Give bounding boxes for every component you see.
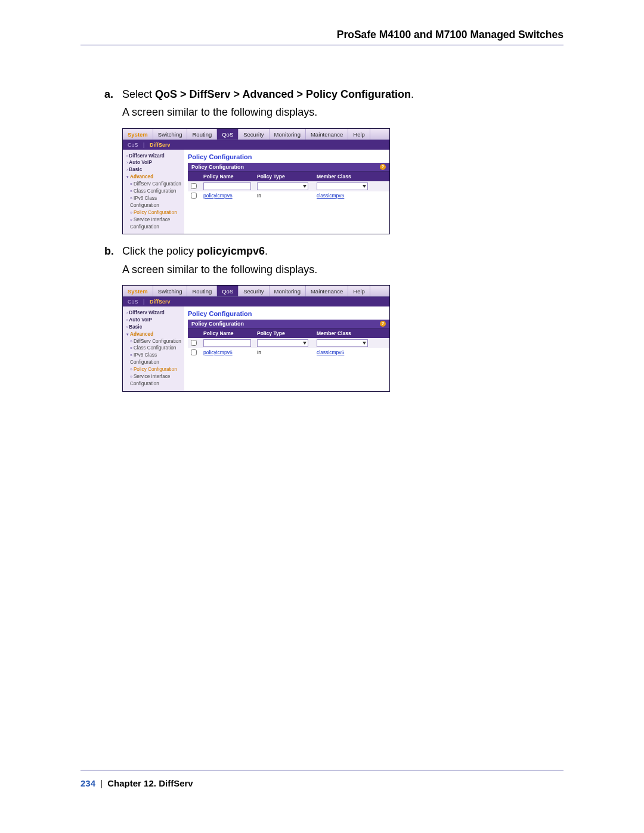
step-b-line2: A screen similar to the following displa…: [122, 262, 552, 277]
bullet-icon: »: [130, 339, 132, 343]
step-a-line2: A screen similar to the following displa…: [122, 105, 552, 119]
member-class-link[interactable]: classicmpv6: [317, 349, 344, 355]
step-a-line1: Select QoS > DiffServ > Advanced > Polic…: [122, 87, 552, 101]
panel-subtitle: Policy Configuration: [191, 321, 244, 327]
table-header: Policy Name Policy Type Member Class: [188, 172, 389, 181]
chapter-label: Chapter 12. DiffServ: [107, 778, 193, 788]
table-input-row: [188, 338, 389, 348]
member-class-select[interactable]: [317, 182, 368, 190]
chevron-icon: ›: [126, 318, 128, 322]
step-a-suffix: .: [411, 88, 414, 100]
nav-ipv6-class-config[interactable]: IPv6 Class Configuration: [130, 352, 159, 365]
nav-service-interface-config[interactable]: Service Interface Configuration: [130, 217, 170, 230]
policy-name-link[interactable]: policyicmpv6: [203, 349, 233, 355]
tab-qos[interactable]: QoS: [217, 129, 239, 140]
panel-subtitle: Policy Configuration: [191, 164, 244, 170]
bullet-icon: »: [130, 182, 132, 186]
subtab-diffserv[interactable]: DiffServ: [150, 142, 171, 148]
nav-diffserv-wizard[interactable]: Diffserv Wizard: [129, 153, 165, 159]
policy-type-value: In: [257, 193, 261, 199]
nav-service-interface-config[interactable]: Service Interface Configuration: [130, 374, 170, 386]
nav-ipv6-class-config[interactable]: IPv6 Class Configuration: [130, 196, 159, 208]
member-class-select[interactable]: [317, 339, 368, 347]
bullet-icon: »: [130, 374, 132, 379]
bullet-icon: »: [130, 218, 132, 222]
col-policy-type: Policy Type: [253, 329, 313, 338]
top-tabs: System Switching Routing QoS Security Mo…: [123, 129, 389, 140]
policy-name-input[interactable]: [203, 182, 251, 190]
policy-name-input[interactable]: [203, 339, 251, 347]
screenshot-2: System Switching Routing QoS Security Mo…: [122, 285, 390, 392]
tab-system[interactable]: System: [123, 286, 153, 296]
nav-diffserv-config[interactable]: DiffServ Configuration: [134, 339, 181, 344]
panel-subtitle-bar: Policy Configuration ?: [188, 320, 389, 329]
chevron-icon: ›: [126, 311, 128, 315]
tab-security[interactable]: Security: [239, 286, 269, 296]
member-class-link[interactable]: classicmpv6: [317, 193, 344, 199]
tab-routing[interactable]: Routing: [187, 129, 217, 140]
rule-top: [80, 45, 564, 45]
step-a-path: QoS > DiffServ > Advanced > Policy Confi…: [155, 88, 411, 100]
row-checkbox[interactable]: [191, 193, 197, 199]
help-icon[interactable]: ?: [380, 321, 386, 327]
tab-monitoring[interactable]: Monitoring: [270, 286, 306, 296]
row-checkbox-all[interactable]: [191, 183, 197, 189]
nav-basic[interactable]: Basic: [129, 167, 142, 172]
nav-basic[interactable]: Basic: [129, 324, 142, 330]
step-b-suffix: .: [265, 245, 268, 257]
chevron-icon: ›: [126, 168, 128, 172]
table-input-row: [188, 181, 389, 191]
subtab-diffserv[interactable]: DiffServ: [150, 299, 171, 305]
step-b-policy: policyicmpv6: [197, 245, 265, 257]
main-panel-2: Policy Configuration Policy Configuratio…: [184, 306, 389, 391]
tab-security[interactable]: Security: [239, 129, 269, 140]
nav-diffserv-config[interactable]: DiffServ Configuration: [134, 181, 181, 187]
tab-switching[interactable]: Switching: [153, 129, 188, 140]
tab-help[interactable]: Help: [348, 129, 370, 140]
subtab-cos[interactable]: CoS: [128, 142, 138, 148]
tab-help[interactable]: Help: [348, 286, 370, 296]
nav-auto-voip[interactable]: Auto VoIP: [129, 317, 152, 323]
row-checkbox-all[interactable]: [191, 340, 197, 346]
step-b-prefix: Click the policy: [122, 245, 197, 257]
policy-type-select[interactable]: [257, 182, 308, 190]
col-policy-type: Policy Type: [253, 172, 313, 181]
nav-advanced[interactable]: Advanced: [130, 174, 153, 179]
policy-type-select[interactable]: [257, 339, 308, 347]
main-panel: Policy Configuration Policy Configuratio…: [184, 150, 389, 234]
step-a-marker: a.: [104, 87, 122, 120]
tab-qos[interactable]: QoS: [217, 286, 239, 296]
tab-switching[interactable]: Switching: [153, 286, 188, 296]
sub-tabs-2: CoS | DiffServ: [123, 297, 389, 306]
help-icon[interactable]: ?: [380, 164, 386, 170]
row-checkbox[interactable]: [191, 349, 197, 355]
nav-diffserv-wizard[interactable]: Diffserv Wizard: [129, 310, 165, 315]
subtab-sep: |: [143, 142, 144, 148]
table-row: policyicmpv6 In classicmpv6: [188, 348, 389, 357]
tab-routing[interactable]: Routing: [187, 286, 217, 296]
chevron-down-icon: ▾: [126, 175, 129, 179]
chevron-icon: ›: [126, 160, 128, 165]
step-a: a. Select QoS > DiffServ > Advanced > Po…: [104, 87, 552, 120]
step-b-line1: Click the policy policyicmpv6.: [122, 244, 552, 258]
panel-title: Policy Configuration: [188, 153, 389, 160]
bullet-icon: »: [130, 367, 132, 371]
nav-auto-voip[interactable]: Auto VoIP: [129, 160, 152, 165]
panel-title: Policy Configuration: [188, 310, 389, 317]
nav-policy-config[interactable]: Policy Configuration: [134, 367, 177, 372]
tab-maintenance[interactable]: Maintenance: [306, 286, 348, 296]
policy-type-value: In: [257, 349, 261, 355]
step-b-marker: b.: [104, 244, 122, 277]
chevron-icon: ›: [126, 154, 128, 158]
nav-class-config[interactable]: Class Configuration: [134, 345, 176, 351]
subtab-cos[interactable]: CoS: [128, 299, 138, 305]
tab-monitoring[interactable]: Monitoring: [270, 129, 306, 140]
nav-advanced[interactable]: Advanced: [130, 332, 153, 337]
col-member-class: Member Class: [313, 172, 389, 181]
tab-maintenance[interactable]: Maintenance: [306, 129, 348, 140]
policy-name-link[interactable]: policyicmpv6: [203, 193, 233, 199]
bullet-icon: »: [130, 189, 132, 193]
nav-policy-config[interactable]: Policy Configuration: [134, 210, 177, 215]
nav-class-config[interactable]: Class Configuration: [134, 188, 176, 194]
tab-system[interactable]: System: [123, 129, 153, 140]
